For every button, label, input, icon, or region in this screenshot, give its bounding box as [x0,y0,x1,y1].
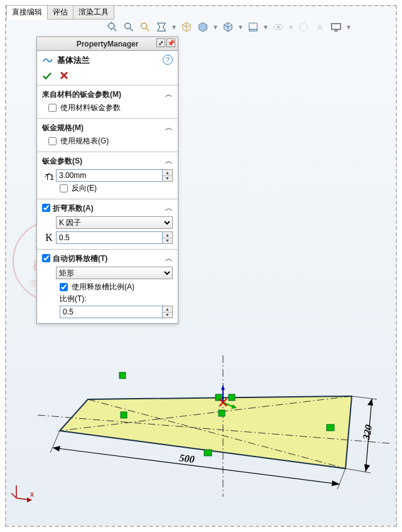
section-gauge: 钣金规格(M)︿ 使用规格表(G) [37,119,178,152]
svg-line-3 [130,28,133,31]
cancel-button[interactable] [60,71,68,80]
svg-rect-18 [229,394,235,401]
svg-rect-15 [119,372,126,379]
panel-title: PropertyManager [77,40,139,48]
view-triad: x [11,478,36,503]
collapse-icon[interactable]: ︿ [165,123,173,133]
construction-line [60,396,352,431]
section-title: 钣金规格(M) [42,123,84,133]
zoom-area-icon[interactable] [123,21,134,33]
chk-use-gauge[interactable]: 使用规格表(G) [48,136,173,147]
svg-line-33 [345,468,371,473]
svg-rect-20 [204,450,212,456]
tab-render-tools[interactable]: 渲染工具 [73,5,114,19]
sketch-viewport: 500 320 [38,333,389,516]
ribbon-tabs: 直接编辑 评估 渲染工具 [6,5,114,19]
app-frame: 直接编辑 评估 渲染工具 ▾ ▾ ▾ ▾ ▾ ▾ SW研习社ⓢ SolidWor… [5,5,397,527]
svg-point-9 [277,26,280,29]
ratio-input[interactable] [60,306,163,318]
expand-icon[interactable]: ⤢ [156,38,165,47]
svg-line-32 [352,396,377,399]
chk-auto-relief[interactable]: 自动切释放槽(T) [42,253,107,264]
property-manager-panel: PropertyManager ⤢📌 基体法兰 ? 来自材料的钣金参数(M)︿ … [36,36,178,324]
svg-rect-19 [219,410,225,416]
svg-point-10 [300,23,308,31]
svg-line-27 [337,468,345,489]
bend-type-select[interactable]: K 因子 [56,216,173,229]
chk-relief-ratio[interactable]: 使用释放槽比例(A) [60,282,173,292]
panel-header: PropertyManager ⤢📌 [37,37,178,51]
prev-view-icon[interactable] [139,21,151,33]
svg-line-24 [223,402,235,407]
svg-rect-21 [327,424,334,431]
svg-rect-17 [215,394,222,401]
svg-line-1 [114,28,117,31]
dimension-width[interactable]: 500 [50,431,345,489]
hide-show-icon[interactable] [222,21,234,33]
svg-rect-16 [121,412,127,418]
svg-text:500: 500 [179,452,195,465]
collapse-icon[interactable]: ︿ [165,203,173,214]
svg-text:T1: T1 [45,173,54,181]
construction-line [88,399,345,468]
ratio-label: 比例(T): [60,294,173,304]
tab-evaluate[interactable]: 评估 [47,5,73,19]
svg-line-26 [50,431,60,453]
collapse-icon[interactable]: ︿ [165,253,173,264]
chk-bend-allowance[interactable]: 折弯系数(A) [42,203,94,214]
svg-text:320: 320 [361,424,374,441]
svg-line-28 [53,448,340,484]
view-orient-icon[interactable] [181,21,192,33]
ratio-spinner[interactable]: ▲▼ [163,306,173,318]
svg-rect-11 [332,24,340,30]
centerline [38,415,389,443]
ok-button[interactable] [42,71,52,81]
zoom-fit-icon[interactable] [107,21,118,33]
collapse-icon[interactable]: ︿ [165,156,173,167]
svg-point-4 [141,23,147,29]
help-icon[interactable]: ? [163,55,173,65]
k-spinner[interactable]: ▲▼ [163,231,173,244]
svg-rect-7 [249,30,258,31]
chk-reverse[interactable]: 反向(E) [60,183,173,194]
svg-marker-25 [231,404,237,409]
feature-name: 基体法兰 [57,55,90,66]
svg-marker-30 [332,480,340,486]
svg-text:x: x [30,490,34,499]
section-view-icon[interactable] [156,21,167,33]
thickness-input[interactable] [56,169,163,182]
svg-marker-36 [364,464,370,472]
svg-line-5 [146,28,149,31]
dimension-height[interactable]: 320 [345,396,377,473]
relief-type-select[interactable]: 矩形 [56,267,173,279]
display-style-icon[interactable] [197,21,209,33]
svg-point-2 [125,23,131,29]
sketch-face[interactable] [60,396,352,468]
section-sheet-params: 钣金参数(S)︿ T1 ▲▼ 反向(E) [37,152,178,199]
k-factor-input[interactable] [56,231,163,244]
svg-marker-23 [221,385,225,390]
k-label: K [42,232,56,243]
section-title: 来自材料的钣金参数(M) [42,89,121,100]
apply-scene-icon[interactable] [298,21,309,33]
chk-use-material[interactable]: 使用材料钣金参数 [48,103,173,113]
collapse-icon[interactable]: ︿ [165,89,173,100]
thickness-spinner[interactable]: ▲▼ [163,169,173,182]
svg-line-41 [11,493,16,498]
edit-scene-icon[interactable] [247,21,259,33]
svg-marker-35 [367,399,373,406]
screen-icon[interactable] [330,21,342,33]
base-flange-icon [42,55,53,66]
svg-rect-6 [249,23,258,30]
view-perf-icon[interactable] [273,21,284,33]
pin-icon[interactable]: 📌 [166,38,175,47]
thickness-icon: T1 [42,169,56,182]
feature-row: 基体法兰 ? [37,51,178,70]
tab-direct-edit[interactable]: 直接编辑 [6,5,48,19]
photo-icon[interactable] [314,21,325,33]
svg-point-0 [109,23,114,29]
svg-marker-29 [53,446,60,452]
view-toolbar: ▾ ▾ ▾ ▾ ▾ ▾ [107,21,350,33]
section-bend-allowance: 折弯系数(A)︿ K 因子 K ▲▼ [37,199,178,250]
sketch-relations [119,372,334,456]
